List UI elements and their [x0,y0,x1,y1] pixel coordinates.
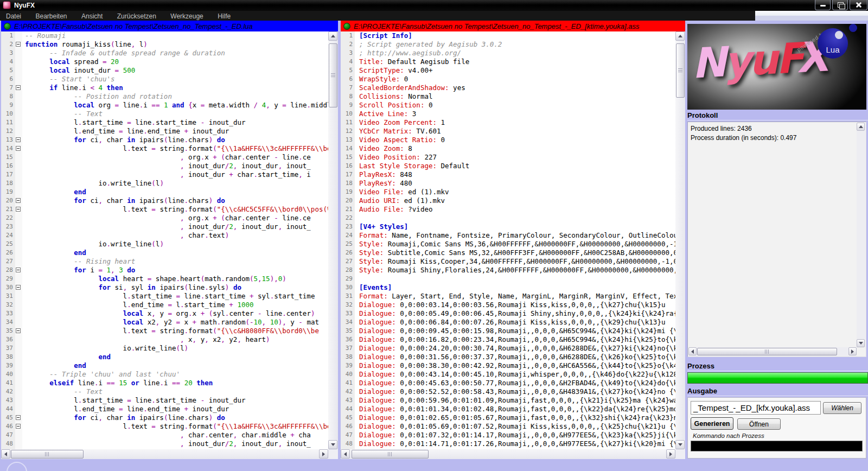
code-line: Dialogue: 0,0:00:06.84,0:00:07.26,Roumaj… [359,318,675,327]
line-number: 26 [341,249,355,257]
code-line: for i = 1, 3 do [25,266,328,275]
log-line: Produced lines: 2436 [691,124,855,133]
scroll-left-button[interactable] [688,347,697,355]
line-number: 13 [341,136,355,144]
lua-horizontal-scrollbar[interactable] [1,449,328,459]
line-number: 36 [341,335,355,344]
code-line: , inout_dur/2, inout_dur, inout_ [25,222,328,231]
line-number: 9 [1,101,15,110]
code-line: l.text = string.format("{\\c&H8080FF&\\b… [25,327,328,335]
protokoll-rule [687,120,868,120]
code-line: Dialogue: 0,0:00:24.20,0:00:30.74,Roumaj… [359,344,675,353]
code-line: , org.x + (char.center - line.ce [25,214,328,222]
restore-button[interactable] [832,0,848,10]
fold-collapse-icon[interactable] [16,285,21,290]
lua-editor-pane: E:\PROJEKTE\Fansub\Zetsuen no Tempest\Ze… [1,21,338,459]
code-line: [Events] [359,283,675,292]
scroll-up-button[interactable] [328,31,337,41]
scroll-down-button[interactable] [857,339,865,347]
arrow-up-icon [859,125,863,128]
line-number: 33 [1,309,15,318]
fold-row [15,309,22,318]
line-number: 34 [1,318,15,327]
menu-item-datei[interactable]: Datei [0,11,27,21]
lua-code-area[interactable]: 1234567891011121314151617181920212223242… [1,31,338,449]
output-file-input[interactable]: _Tempest_-_ED_[kfx.youka].ass [691,401,821,415]
ass-code-lines: [Script Info]; Script generated by Aegis… [355,31,675,449]
fold-collapse-icon[interactable] [16,207,21,212]
line-number: 23 [341,222,355,231]
line-number: 5 [1,66,15,75]
ass-code-area[interactable]: 1234567891011121314151617181920212223242… [341,31,685,449]
fold-collapse-icon[interactable] [16,268,21,272]
code-line: for ci, char in ipairs(line.chars) do [25,196,328,205]
menu-item-zuruecksetzen[interactable]: Zurücksetzen [111,11,162,21]
fold-collapse-icon[interactable] [16,85,21,90]
code-line: Dialogue: 0,0:01:05.69,0:01:07.52,Roumaj… [359,422,675,431]
line-number: 24 [341,231,355,240]
fold-collapse-icon[interactable] [16,424,21,429]
open-button[interactable]: Öffnen [737,418,781,430]
fold-row [15,170,22,179]
fold-collapse-icon[interactable] [16,42,21,47]
line-number: 26 [1,249,15,257]
ass-horizontal-scrollbar[interactable] [341,449,675,459]
horizontal-scroll-thumb[interactable] [697,348,837,355]
line-number: 14 [1,144,15,153]
fold-collapse-icon[interactable] [16,137,21,142]
minimize-button[interactable] [815,0,831,10]
vertical-scroll-thumb[interactable] [676,43,685,98]
ass-vertical-scrollbar[interactable] [675,31,685,449]
fold-row [15,75,22,84]
line-number: 17 [1,170,15,179]
scroll-up-button[interactable] [675,31,685,41]
code-line: ScaledBorderAndShadow: yes [359,84,675,92]
fold-collapse-icon[interactable] [16,415,21,420]
code-line: local inout_dur = 500 [25,66,328,75]
code-line: -- Rising heart [25,257,328,266]
scroll-left-button[interactable] [341,449,350,459]
fold-collapse-icon[interactable] [16,198,21,203]
scroll-right-button[interactable] [848,347,857,355]
line-number: 27 [1,257,15,266]
scroll-left-button[interactable] [1,449,10,459]
code-line: end [25,353,328,361]
line-number: 6 [341,75,355,84]
log-vertical-scrollbar[interactable] [857,123,865,347]
lua-vertical-scrollbar[interactable] [328,31,338,449]
fold-row [15,40,22,49]
fold-row [15,344,22,353]
scroll-right-button[interactable] [666,449,675,459]
line-number: 38 [1,353,15,361]
menu-item-bearbeiten[interactable]: Bearbeiten [29,11,73,21]
command-input[interactable] [691,441,863,451]
horizontal-scroll-thumb[interactable] [352,450,429,459]
vertical-scroll-thumb[interactable] [329,43,337,107]
arrow-right-icon [322,452,325,456]
line-number: 38 [341,353,355,361]
code-line: Video Zoom Percent: 1 [359,118,675,127]
code-line: for ci, char in ipairs(line.chars) do [25,136,328,144]
code-line: Dialogue: 0,0:00:52.52,0:00:58.43,Roumaj… [359,387,675,396]
menu-item-ansicht[interactable]: Ansicht [75,11,108,21]
menu-item-hilfe[interactable]: Hilfe [212,11,237,21]
scroll-right-button[interactable] [319,449,328,459]
line-number: 16 [1,162,15,170]
fold-collapse-icon[interactable] [16,146,21,151]
code-line: PlayResY: 480 [359,179,675,188]
lua-fold-margin[interactable] [15,31,22,449]
generate-button[interactable]: Generieren [691,417,733,430]
nyufx-window: NyuFX Datei Bearbeiten Ansicht Zurückset… [0,0,868,471]
horizontal-scroll-thumb[interactable] [11,450,84,459]
fold-row [15,222,22,231]
close-button[interactable] [850,0,867,10]
menu-item-werkzeuge[interactable]: Werkzeuge [164,11,209,21]
code-line: ​ [359,275,675,283]
fold-collapse-icon[interactable] [16,328,21,333]
choose-file-button[interactable]: Wählen [823,402,861,414]
code-line: Audio URI: ed (1).mkv [359,196,675,205]
scroll-down-button[interactable] [328,440,337,449]
scroll-down-button[interactable] [675,440,685,449]
log-horizontal-scrollbar[interactable] [688,347,857,356]
scroll-up-button[interactable] [857,123,865,131]
